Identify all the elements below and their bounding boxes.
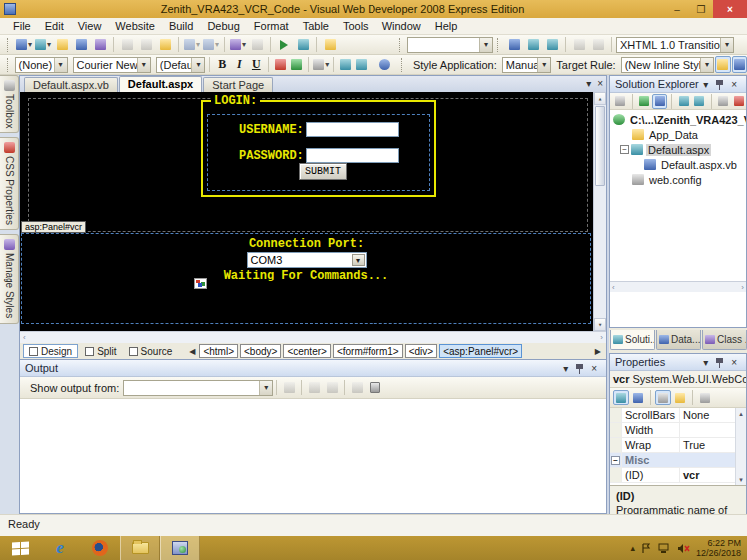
password-input[interactable]: [306, 148, 399, 163]
asp-panel-glyph[interactable]: asp:Panel#vcr: [21, 221, 86, 233]
view-in-browser-button[interactable]: [321, 36, 339, 53]
username-input[interactable]: [306, 122, 399, 137]
broken-image-icon[interactable]: [194, 278, 207, 289]
taskbar-internet-explorer[interactable]: e: [40, 536, 80, 560]
output-close-icon[interactable]: ×: [587, 363, 601, 374]
target-style-combobox[interactable]: (None) ▾: [15, 57, 68, 73]
combo-dropdown-icon[interactable]: ▾: [54, 58, 67, 72]
cut-button[interactable]: [118, 36, 136, 53]
design-view-button[interactable]: Design: [23, 344, 78, 358]
categorized-button[interactable]: [613, 390, 629, 405]
target-rule-combobox[interactable]: (New Inline Style) ▾: [621, 57, 714, 73]
taskbar-clock[interactable]: 6:22 PM 12/26/2018: [696, 538, 741, 558]
menu-edit[interactable]: Edit: [38, 19, 71, 33]
se-view-code-button[interactable]: [676, 94, 691, 109]
increase-indent-button[interactable]: [543, 36, 561, 53]
attach-stylesheet-button[interactable]: [732, 56, 747, 73]
action-center-flag-icon[interactable]: [641, 543, 652, 554]
submit-button[interactable]: SUBMIT: [299, 163, 347, 180]
se-aspnet-config-button[interactable]: [731, 94, 746, 109]
menu-file[interactable]: File: [6, 19, 38, 33]
navigate-backward-button[interactable]: ▾: [229, 36, 247, 53]
se-pin-icon[interactable]: [716, 79, 723, 90]
open-file-button[interactable]: [53, 36, 71, 53]
taskbar-firefox[interactable]: [80, 536, 120, 560]
tab-default-aspx-vb[interactable]: Default.aspx.vb: [24, 77, 118, 92]
se-nest-related-files-button[interactable]: [652, 94, 667, 109]
menu-build[interactable]: Build: [162, 19, 200, 33]
font-name-combobox[interactable]: Courier New ▾: [73, 57, 151, 73]
collapse-icon[interactable]: −: [620, 145, 629, 154]
doctype-combobox[interactable]: XHTML 1.0 Transition: ▾: [616, 37, 734, 53]
display-details-button[interactable]: [589, 36, 607, 53]
tab-toolbox[interactable]: Toolbox: [0, 75, 19, 133]
combo-dropdown-icon[interactable]: ▾: [137, 58, 150, 72]
se-menu-dropdown-icon[interactable]: ▾: [699, 79, 712, 90]
events-button[interactable]: [672, 390, 688, 405]
tag-asp-panel-vcr[interactable]: <asp:Panel#vcr>: [439, 344, 522, 358]
goto-message-button[interactable]: [280, 379, 298, 396]
scroll-left-icon[interactable]: ‹: [23, 333, 26, 342]
next-message-button[interactable]: [323, 379, 341, 396]
scrollbar-thumb[interactable]: [595, 106, 605, 186]
copy-button[interactable]: [137, 36, 155, 53]
login-fieldset[interactable]: LOGIN: USERNAME: PASSWORD: SUBMIT: [201, 100, 436, 197]
scroll-up-icon[interactable]: ▴: [594, 92, 606, 105]
scroll-down-icon[interactable]: ▾: [736, 474, 746, 485]
property-row-id[interactable]: (ID) vcr: [610, 468, 746, 483]
output-source-combobox[interactable]: ▾: [123, 380, 273, 396]
tag-html[interactable]: <html>: [199, 344, 238, 358]
properties-pin-icon[interactable]: [716, 357, 723, 368]
new-website-button[interactable]: ▾: [15, 36, 33, 53]
taskbar-visual-web-developer[interactable]: [160, 536, 200, 560]
undo-button[interactable]: ▾: [183, 36, 201, 53]
add-new-item-button[interactable]: ▾: [34, 36, 52, 53]
italic-button[interactable]: I: [231, 56, 247, 73]
tree-item-web-config[interactable]: web.config: [610, 172, 746, 187]
start-debugging-button[interactable]: [275, 36, 293, 53]
combo-dropdown-icon[interactable]: ▾: [700, 58, 713, 72]
word-wrap-button[interactable]: [366, 379, 383, 396]
new-style-button[interactable]: [715, 56, 730, 73]
close-button[interactable]: ×: [713, 0, 747, 18]
quick-find-combobox[interactable]: ▾: [407, 37, 493, 53]
scroll-right-icon[interactable]: ›: [741, 283, 744, 292]
scroll-left-icon[interactable]: ‹: [612, 283, 615, 292]
property-row-width[interactable]: Width: [610, 423, 746, 438]
menu-tools[interactable]: Tools: [336, 19, 375, 33]
properties-view-button[interactable]: [655, 390, 671, 405]
combo-dropdown-icon[interactable]: ▾: [720, 38, 733, 52]
numbered-list-button[interactable]: [354, 56, 369, 73]
tree-item-website-root[interactable]: C:\...\Zenith_VRA423_VCR_Co: [610, 112, 746, 127]
category-row-misc[interactable]: − Misc: [610, 453, 746, 468]
tag-body[interactable]: <body>: [240, 344, 281, 358]
save-button[interactable]: [72, 36, 90, 53]
tree-item-default-aspx-vb[interactable]: Default.aspx.vb: [610, 157, 746, 172]
object-selector-combobox[interactable]: vcr System.Web.UI.WebControl ▾: [610, 371, 746, 388]
combo-dropdown-icon[interactable]: ▾: [479, 38, 492, 52]
tag-scroll-left-icon[interactable]: ◀: [187, 347, 197, 356]
combo-dropdown-icon[interactable]: ▾: [259, 381, 272, 395]
highlight-color-button[interactable]: [289, 56, 304, 73]
properties-close-icon[interactable]: ×: [727, 357, 741, 368]
bullet-list-button[interactable]: [338, 56, 353, 73]
tag-center[interactable]: <center>: [283, 344, 330, 358]
scroll-down-icon[interactable]: ▾: [594, 318, 606, 331]
design-canvas[interactable]: LOGIN: USERNAME: PASSWORD: SUBMIT asp:Pa…: [20, 92, 606, 331]
menu-debug[interactable]: Debug: [200, 19, 246, 33]
font-size-combobox[interactable]: (Default ▾: [156, 57, 206, 73]
find-in-files-button[interactable]: [294, 36, 312, 53]
hyperlink-button[interactable]: [377, 56, 392, 73]
property-row-scrollbars[interactable]: ScrollBars None: [610, 408, 746, 423]
select-dropdown-icon[interactable]: ▾: [352, 254, 365, 266]
navigate-forward-button[interactable]: [248, 36, 266, 53]
check-page-button[interactable]: [505, 36, 523, 53]
combo-dropdown-icon[interactable]: ▾: [537, 58, 550, 72]
maximize-button[interactable]: ❐: [689, 1, 713, 17]
category-collapse-icon[interactable]: −: [611, 456, 620, 465]
menu-format[interactable]: Format: [247, 19, 296, 33]
output-pin-icon[interactable]: [576, 363, 583, 374]
display-glyphs-button[interactable]: [570, 36, 588, 53]
paste-button[interactable]: [156, 36, 174, 53]
menu-help[interactable]: Help: [428, 19, 465, 33]
